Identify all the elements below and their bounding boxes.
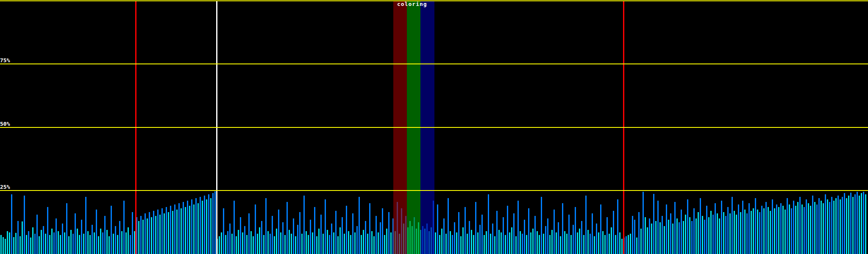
bar (575, 207, 576, 254)
bar (543, 234, 544, 254)
bar (719, 218, 720, 254)
bar (36, 215, 38, 254)
bar (854, 194, 856, 254)
bar (291, 234, 292, 254)
bar (645, 217, 646, 254)
bar (151, 217, 152, 254)
bar (145, 213, 146, 254)
bar (462, 227, 464, 254)
bar (685, 215, 686, 254)
bar (60, 235, 61, 254)
bar (789, 204, 790, 254)
bar (108, 236, 110, 254)
bar (759, 212, 760, 254)
bar (846, 198, 847, 254)
bar (539, 235, 540, 254)
bar (791, 208, 792, 254)
bar (369, 203, 370, 254)
bar (189, 206, 190, 254)
bar (140, 216, 142, 254)
bar (223, 208, 224, 254)
bar (630, 234, 631, 254)
bar (651, 224, 652, 254)
bar (117, 235, 118, 254)
bar (473, 235, 474, 254)
bar (263, 235, 264, 254)
bar (13, 237, 14, 254)
bar (200, 197, 201, 254)
bar (505, 235, 506, 254)
bar (598, 232, 599, 254)
bar (509, 232, 510, 254)
bar (352, 213, 353, 254)
bar (125, 232, 127, 254)
bar (579, 229, 580, 254)
bar (3, 237, 4, 254)
bar (545, 226, 546, 254)
bar (386, 229, 387, 254)
spectrum-monitor: 75% 50% 25% coloring (0, 0, 868, 254)
bar (596, 224, 597, 254)
bar (551, 230, 553, 254)
bar (236, 236, 237, 254)
bar (5, 239, 6, 254)
bar (765, 202, 767, 254)
bar (66, 203, 67, 254)
bar (857, 192, 858, 254)
bar (511, 227, 512, 254)
bar (28, 231, 29, 254)
bar (149, 212, 150, 254)
bar (797, 202, 798, 254)
bar (159, 215, 161, 254)
bar (170, 206, 171, 254)
bar (818, 198, 820, 254)
bar (740, 212, 741, 254)
bar (58, 231, 59, 254)
bar (537, 231, 538, 254)
bar (373, 236, 375, 254)
bar (632, 216, 633, 254)
bar (437, 204, 438, 254)
tick-label-25: 25% (0, 184, 10, 190)
bar (693, 208, 695, 254)
bar (469, 221, 470, 254)
bar (696, 218, 697, 254)
bar (24, 196, 25, 254)
bar (253, 236, 254, 254)
bar (742, 201, 743, 254)
bar (174, 204, 175, 254)
bar (808, 203, 809, 254)
bar (852, 197, 854, 254)
bar (865, 194, 866, 254)
bar (738, 204, 739, 254)
bar (221, 232, 222, 254)
bar (613, 211, 614, 254)
bar (187, 201, 188, 254)
bar (104, 216, 106, 254)
bar (92, 225, 93, 254)
bar (452, 235, 453, 254)
bar (185, 207, 186, 254)
bar (115, 226, 116, 254)
bar (348, 231, 349, 254)
bar (547, 218, 548, 254)
bar (287, 202, 288, 254)
bar (22, 221, 23, 254)
bar (534, 216, 536, 254)
bar (274, 236, 275, 254)
bar (238, 230, 239, 254)
bar (354, 232, 356, 254)
bar (361, 235, 362, 254)
bar (439, 235, 440, 254)
bar (206, 199, 207, 254)
bar (670, 213, 671, 254)
bar (782, 206, 784, 254)
bar (83, 234, 84, 254)
bar (51, 229, 53, 254)
bar (816, 204, 818, 254)
bar (39, 236, 40, 254)
bar (11, 194, 12, 254)
bar (823, 203, 824, 254)
bar (339, 227, 341, 254)
bar (833, 201, 835, 254)
